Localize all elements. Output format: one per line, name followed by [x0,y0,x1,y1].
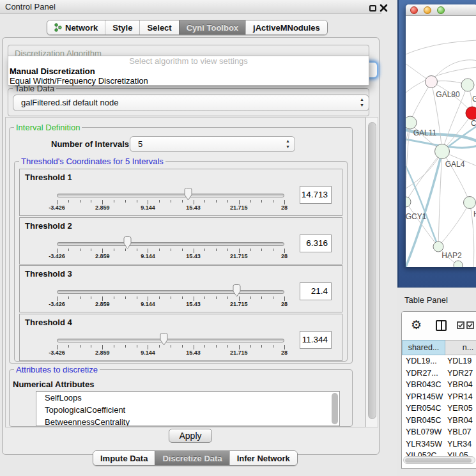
checkbox-icon[interactable] [466,321,474,329]
slider-track[interactable] [57,242,284,246]
table-row[interactable]: YER054CYER05 [402,403,476,415]
tab-network[interactable]: Network [47,20,105,35]
tick-minor [204,249,205,251]
network-node-hap2[interactable] [433,242,443,252]
cell-shared-name: YBR043C [406,380,441,389]
float-window-icon[interactable] [369,5,376,12]
num-intervals-combobox[interactable]: 5 ▲▼ [130,136,295,152]
tab-infer-network[interactable]: Infer Network [229,451,297,465]
tick-label: 9.144 [141,204,155,211]
threshold-panel-2: Threshold 2-3.4262.8599.14415.4321.71528… [19,217,342,265]
tab-impute-data[interactable]: Impute Data [93,451,155,465]
node-label-h: H [473,210,476,219]
tick-minor [125,296,126,299]
horizontal-scrollbar[interactable] [403,456,475,464]
threshold-value-field[interactable]: 14.713 [300,186,332,204]
tick-label: 21.715 [230,204,248,211]
tick-major [284,200,285,204]
num-intervals-value: 5 [138,139,142,149]
checkbox-icon[interactable] [457,321,464,329]
network-node[interactable] [454,261,463,267]
tick-label: -3.426 [49,349,65,356]
table-row[interactable]: YBR043CYBR04 [402,379,476,391]
network-node[interactable] [461,79,474,91]
scrollbar-thumb[interactable] [368,122,376,419]
close-icon[interactable] [380,4,388,12]
list-item-betweennesscentrality[interactable]: BetweennessCentrality [36,416,339,426]
tick-major [239,296,240,301]
tick-minor [261,249,262,251]
table-row[interactable]: YDL19...YDL19 [402,355,476,367]
algorithm-option-manual-discretization[interactable]: Manual Discretization [8,66,369,76]
table-rows: YDL19...YDL19YDR27...YDR27YBR043CYBR04YP… [402,355,476,462]
scrollbar-thumb[interactable] [405,458,472,463]
tab-style[interactable]: Style [105,20,139,35]
column-header-name[interactable]: n... [445,340,476,355]
table-row[interactable]: YBL079WYBL07 [402,426,476,438]
list-item-topologicalcoefficient[interactable]: TopologicalCoefficient [36,404,339,416]
tab-jactivemnodules[interactable]: jActiveMNodules [245,20,327,35]
gear-icon[interactable]: ⚙ [411,318,422,332]
network-node[interactable] [464,197,476,209]
thresholds-group-title: Threshold's Coordinates for 5 Intervals [19,157,165,166]
tab-cyni-toolbox[interactable]: Cyni Toolbox [179,20,245,35]
table-header: shared... n... [402,340,476,355]
table-row[interactable]: YPR145WYPR14 [402,391,476,403]
bottom-tab-bar: Impute DataDiscretize DataInfer Network [93,450,298,466]
table-row[interactable]: YLR345WYLR34 [402,438,476,450]
tick-minor [171,345,171,348]
tick-label: 2.859 [95,253,110,259]
slider-handle[interactable] [232,284,242,297]
table-data-combobox[interactable]: galFiltered.sif default node ▲▼ [13,95,369,111]
tick-minor [171,249,171,251]
table-row[interactable]: YBR045CYBR04 [402,415,476,427]
tick-label: 2.859 [95,349,110,356]
tick-major [194,345,194,349]
tick-label: 28 [281,301,288,307]
table-row[interactable]: YDR27...YDR27 [402,367,476,380]
network-node[interactable] [466,107,476,119]
vertical-scrollbar[interactable] [365,117,378,427]
threshold-value-field[interactable]: 6.316 [300,234,332,252]
tick-major [148,200,148,204]
zoom-window-icon[interactable] [437,6,445,14]
algorithm-option-equal-width-frequency-discretization[interactable]: Equal Width/Frequency Discretization [8,76,369,86]
threshold-value-field[interactable]: 11.344 [300,331,332,349]
tick-minor [80,200,81,203]
network-node-gal11[interactable] [406,116,417,129]
slider-handle[interactable] [159,333,169,346]
node-label-gal4: GAL4 [445,160,465,169]
column-layout-icon[interactable] [436,320,447,331]
close-window-icon[interactable] [410,6,418,14]
list-scrollbar-thumb[interactable] [332,393,338,424]
tick-minor [137,296,137,299]
tick-minor [216,249,217,251]
network-window-titlebar[interactable] [406,4,476,16]
minimize-window-icon[interactable] [424,6,431,14]
tick-major [194,200,194,204]
network-node-gal80[interactable] [426,76,438,88]
apply-button[interactable]: Apply [169,429,212,443]
network-desktop: GAL80GACGAL11GAL4GCY1HHAP2 [397,0,476,288]
network-node-gal4[interactable] [435,144,450,159]
threshold-value-field[interactable]: 21.4 [300,282,332,300]
slider-handle[interactable] [123,236,132,249]
network-canvas[interactable]: GAL80GACGAL11GAL4GCY1HHAP2 [406,16,476,267]
node-label-c: C [471,119,476,128]
tab-discretize-data[interactable]: Discretize Data [155,451,229,465]
network-node-gcy1[interactable] [406,197,411,207]
attributes-list[interactable]: SelfLoopsTopologicalCoefficientBetweenne… [36,391,340,426]
tick-minor [250,200,251,203]
list-item-selfloops[interactable]: SelfLoops [36,392,339,404]
slider-handle[interactable] [183,188,193,201]
tab-select[interactable]: Select [139,20,178,35]
tick-minor [261,200,262,203]
tick-minor [125,345,126,348]
slider-track[interactable] [57,290,284,294]
network-edge [442,151,470,203]
cell-shared-name: YBL079W [406,427,441,436]
slider-track[interactable] [57,194,284,197]
slider-track[interactable] [57,339,284,342]
tick-minor [68,249,69,251]
column-header-shared-name[interactable]: shared... [402,340,445,355]
